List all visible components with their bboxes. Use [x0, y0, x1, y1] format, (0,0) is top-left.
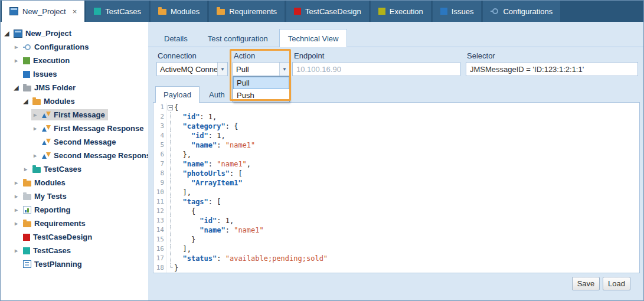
- save-button[interactable]: Save: [572, 277, 600, 290]
- tree-item-testcases[interactable]: TestCases: [1, 162, 148, 176]
- tree-item-execution[interactable]: Execution: [1, 54, 148, 67]
- top-tab-configurations[interactable]: Configurations: [483, 1, 560, 22]
- close-tab-icon[interactable]: ×: [73, 7, 77, 16]
- fold-guide-line: [170, 216, 171, 225]
- tree-item-body: Reporting: [12, 204, 73, 215]
- top-tab-execution[interactable]: Execution: [371, 1, 431, 22]
- top-tab-testcasedesign[interactable]: TestCaseDesign: [286, 1, 369, 22]
- chevron-down-icon[interactable]: [217, 63, 227, 76]
- expander-closed-icon[interactable]: [31, 125, 39, 132]
- tree-item-configurations[interactable]: Configurations: [1, 40, 148, 54]
- chevron-down-icon[interactable]: [279, 63, 289, 76]
- tab-auth[interactable]: Auth: [201, 86, 233, 103]
- tree-item-issues[interactable]: Issues: [1, 67, 148, 81]
- folder-gray-icon: [23, 86, 31, 91]
- load-button[interactable]: Load: [603, 277, 630, 290]
- fold-collapse-icon[interactable]: [168, 105, 173, 110]
- tree-item-label: TestCaseDesign: [33, 233, 92, 241]
- top-tab-label: Execution: [390, 7, 423, 16]
- tree-item-label: My Tests: [34, 192, 67, 201]
- fold-column: [166, 188, 174, 197]
- expander-closed-icon[interactable]: [12, 247, 20, 254]
- tree-item-testcases[interactable]: TestCases: [1, 244, 148, 257]
- code-text: "tags": [: [174, 197, 221, 207]
- tree-item-label: TestCases: [44, 165, 81, 174]
- tree-item-first-message[interactable]: First Message: [1, 108, 148, 122]
- top-tab-bar: New_Project×TestCasesModulesRequirements…: [1, 1, 643, 22]
- tree-item-label: First Message Response: [54, 124, 143, 133]
- tree-item-jms-folder[interactable]: JMS Folder: [1, 81, 148, 94]
- expander-closed-icon[interactable]: [31, 152, 39, 159]
- tree-item-body: Modules: [12, 177, 68, 188]
- expander-closed-icon[interactable]: [12, 44, 20, 50]
- folder-orange-icon: [23, 181, 31, 187]
- tree-item-modules[interactable]: Modules: [1, 94, 148, 108]
- expander-closed-icon[interactable]: [12, 179, 20, 186]
- tree-item-reporting[interactable]: Reporting: [1, 203, 148, 217]
- tree-item-label: Second Message: [54, 138, 116, 146]
- expander-open-icon[interactable]: [3, 30, 11, 37]
- line-number: 6: [153, 150, 166, 159]
- tree-item-second-message-response[interactable]: Second Message Response: [1, 149, 148, 162]
- json-editor[interactable]: 1{2 "id": 1,3 "category": {4 "id": 1,5 "…: [153, 102, 640, 273]
- expander-closed-icon[interactable]: [12, 220, 20, 227]
- tree-item-testplanning[interactable]: TestPlanning: [1, 257, 148, 271]
- sq-blue-icon: [23, 71, 30, 78]
- top-tab-modules[interactable]: Modules: [151, 1, 207, 22]
- tab-payload[interactable]: Payload: [155, 86, 200, 103]
- action-dropdown-list: PullPush: [233, 76, 290, 102]
- tree-item-my-tests[interactable]: My Tests: [1, 189, 148, 203]
- expander-closed-icon[interactable]: [22, 166, 30, 172]
- code-line: 11 "tags": [: [153, 197, 639, 207]
- tree-item-requirements[interactable]: Requirements: [1, 217, 148, 230]
- code-text: "name": "name1": [174, 140, 255, 150]
- sidebar: New_ProjectConfigurationsExecutionIssues…: [1, 22, 149, 300]
- tab-technical-view[interactable]: Technical View: [279, 29, 348, 47]
- expander-closed-icon[interactable]: [12, 207, 20, 213]
- expander-open-icon[interactable]: [22, 98, 30, 104]
- code-line: 10 ],: [153, 188, 639, 197]
- tree-item-testcasedesign[interactable]: TestCaseDesign: [1, 230, 148, 244]
- fold-column: [166, 122, 174, 131]
- tree-item-first-message-response[interactable]: First Message Response: [1, 122, 148, 135]
- expander-closed-icon[interactable]: [31, 112, 39, 118]
- top-tab-new-project[interactable]: New_Project×: [2, 1, 84, 22]
- top-tab-label: TestCases: [105, 7, 141, 16]
- line-number: 10: [153, 188, 166, 197]
- application-window: New_Project×TestCasesModulesRequirements…: [0, 0, 644, 301]
- line-number: 9: [153, 178, 166, 188]
- expander-closed-icon[interactable]: [12, 193, 20, 199]
- chart-icon: [23, 206, 31, 214]
- message-icon: [42, 125, 51, 132]
- expander-closed-icon[interactable]: [12, 57, 20, 64]
- tab-details[interactable]: Details: [155, 29, 197, 47]
- fold-column: [166, 244, 174, 254]
- expander-open-icon[interactable]: [12, 84, 20, 91]
- dropdown-option-push[interactable]: Push: [233, 89, 289, 102]
- top-tab-label: Requirements: [229, 7, 277, 16]
- tree-item-body: Execution: [12, 55, 73, 66]
- top-tab-issues[interactable]: Issues: [433, 1, 482, 22]
- dropdown-option-pull[interactable]: Pull: [233, 77, 289, 89]
- action-label: Action: [234, 51, 255, 60]
- line-number: 16: [153, 244, 166, 254]
- code-line: 15 }: [153, 235, 639, 244]
- tree-item-body: New_Project: [3, 28, 74, 39]
- endpoint-label: Endpoint: [294, 51, 324, 60]
- top-tab-testcases[interactable]: TestCases: [86, 1, 149, 22]
- action-select[interactable]: Pull: [233, 62, 290, 76]
- fold-guide-line: [170, 159, 171, 169]
- tree-item-second-message[interactable]: Second Message: [1, 135, 148, 149]
- code-line: 9 "ArrayItem1": [153, 178, 639, 188]
- endpoint-input[interactable]: [292, 62, 460, 76]
- tree-item-label: Reporting: [34, 205, 70, 214]
- tree-item-modules[interactable]: Modules: [1, 176, 148, 189]
- connection-select[interactable]: ActiveMQ Conne: [156, 62, 228, 76]
- top-tab-label: TestCaseDesign: [305, 7, 361, 16]
- tree-item-new-project[interactable]: New_Project: [1, 27, 148, 40]
- fold-column: [166, 112, 174, 122]
- code-text: "id": 1,: [174, 131, 225, 140]
- tab-test-configuration[interactable]: Test configuration: [199, 29, 277, 47]
- selector-input[interactable]: [466, 62, 638, 76]
- top-tab-requirements[interactable]: Requirements: [209, 1, 285, 22]
